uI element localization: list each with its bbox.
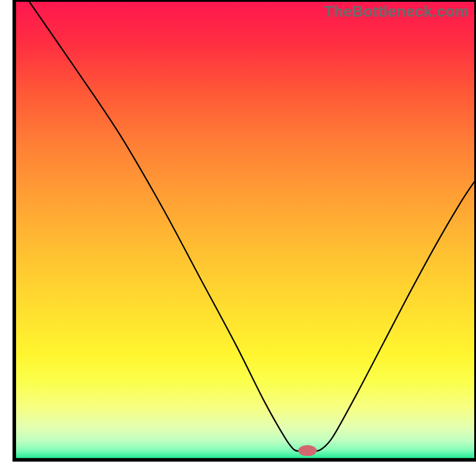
bottleneck-chart: [0, 0, 476, 476]
optimal-point-marker: [298, 445, 317, 456]
gradient-background: [14, 0, 476, 460]
watermark-text: TheBottleneck.com: [324, 2, 469, 21]
